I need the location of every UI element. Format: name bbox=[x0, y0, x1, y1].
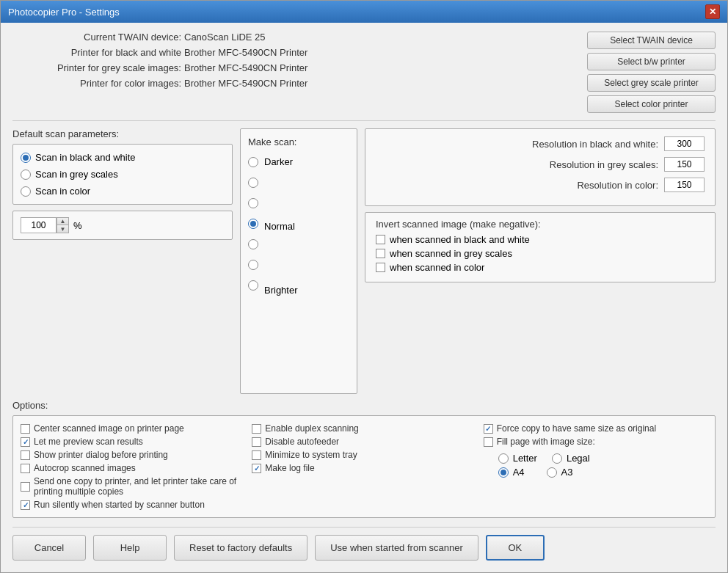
help-button[interactable]: Help bbox=[93, 535, 167, 561]
make-scan-darker-radio[interactable] bbox=[248, 157, 258, 167]
make-scan-row-2[interactable] bbox=[248, 172, 258, 193]
paper-size-section: Letter Legal A4 bbox=[484, 453, 707, 478]
option-preview-checkbox[interactable] bbox=[21, 437, 30, 447]
options-col3: Force copy to have same size as original… bbox=[484, 423, 707, 510]
make-scan-row-brighter[interactable] bbox=[248, 275, 258, 296]
zoom-down-arrow[interactable]: ▼ bbox=[57, 225, 68, 233]
scan-color-radio[interactable] bbox=[21, 186, 31, 197]
close-button[interactable]: ✕ bbox=[705, 4, 720, 19]
scan-bw-option[interactable]: Scan in black and white bbox=[21, 152, 225, 163]
option-log: Make log file bbox=[252, 463, 476, 473]
scanner-button[interactable]: Use when started from scanner bbox=[315, 535, 478, 561]
option-log-label: Make log file bbox=[265, 463, 314, 473]
option-same-size-checkbox[interactable] bbox=[484, 424, 493, 434]
select-twain-button[interactable]: Select TWAIN device bbox=[587, 32, 716, 49]
device-info: Current TWAIN device: CanoScan LiDE 25 P… bbox=[12, 32, 566, 113]
option-silent-label: Run silently when started by scanner but… bbox=[34, 500, 205, 510]
make-scan-brighter-label: Brighter bbox=[264, 285, 298, 296]
scan-grey-radio[interactable] bbox=[21, 169, 31, 180]
make-scan-row-6[interactable] bbox=[248, 255, 258, 275]
options-col1: Center scanned image on printer page Let… bbox=[21, 423, 244, 510]
ok-button[interactable]: OK bbox=[486, 535, 545, 561]
main-section: Default scan parameters: Scan in black a… bbox=[12, 128, 716, 394]
invert-bw-row: when scanned in black and white bbox=[376, 234, 705, 245]
make-scan-labels: Darker Normal Brighter bbox=[264, 152, 298, 296]
option-autofeeder-checkbox[interactable] bbox=[252, 437, 261, 447]
make-scan-row-3[interactable] bbox=[248, 193, 258, 213]
make-scan-row-5[interactable] bbox=[248, 234, 258, 255]
option-preview-label: Let me preview scan results bbox=[34, 437, 143, 447]
invert-grey-checkbox[interactable] bbox=[376, 249, 385, 258]
bw-printer-label: Printer for black and white bbox=[12, 47, 181, 58]
make-scan-normal-radio[interactable] bbox=[248, 219, 258, 229]
option-autocrop-checkbox[interactable] bbox=[21, 464, 30, 473]
option-print-dialog: Show printer dialog before printing bbox=[21, 450, 244, 460]
separator-1 bbox=[12, 120, 716, 121]
make-scan-row-darker[interactable] bbox=[248, 152, 258, 172]
main-content: Current TWAIN device: CanoScan LiDE 25 P… bbox=[1, 23, 727, 572]
invert-box: Invert scanned image (make negative): wh… bbox=[365, 212, 716, 282]
zoom-unit: % bbox=[73, 220, 82, 231]
paper-letter-option[interactable]: Letter bbox=[498, 453, 537, 464]
option-center-label: Center scanned image on printer page bbox=[34, 423, 184, 434]
option-autofeeder: Disable autofeeder bbox=[252, 437, 476, 447]
option-log-checkbox[interactable] bbox=[252, 464, 261, 473]
option-print-dialog-checkbox[interactable] bbox=[21, 450, 30, 460]
paper-size-row2: A4 A3 bbox=[498, 467, 707, 478]
make-scan-radio-5[interactable] bbox=[248, 239, 258, 249]
cancel-button[interactable]: Cancel bbox=[12, 535, 86, 561]
twain-label: Current TWAIN device: bbox=[12, 32, 181, 43]
paper-a3-option[interactable]: A3 bbox=[547, 467, 573, 478]
paper-a3-radio[interactable] bbox=[547, 467, 557, 478]
options-grid: Center scanned image on printer page Let… bbox=[21, 423, 707, 510]
option-multiple-copies-checkbox[interactable] bbox=[21, 482, 30, 492]
scan-bw-radio[interactable] bbox=[21, 153, 31, 163]
res-bw-row: Resolution in black and white: bbox=[376, 136, 705, 151]
paper-legal-option[interactable]: Legal bbox=[552, 453, 590, 464]
paper-legal-radio[interactable] bbox=[552, 453, 562, 464]
scan-bw-label: Scan in black and white bbox=[35, 152, 136, 163]
option-fill-page-checkbox[interactable] bbox=[484, 437, 493, 447]
res-grey-input[interactable] bbox=[664, 157, 705, 172]
select-grey-printer-button[interactable]: Select grey scale printer bbox=[587, 74, 716, 92]
select-bw-printer-button[interactable]: Select b/w printer bbox=[587, 53, 716, 70]
make-scan-radio-2[interactable] bbox=[248, 178, 258, 188]
option-duplex: Enable duplex scanning bbox=[252, 423, 476, 434]
scan-grey-option[interactable]: Scan in grey scales bbox=[21, 169, 225, 180]
option-duplex-checkbox[interactable] bbox=[252, 424, 261, 434]
invert-color-checkbox[interactable] bbox=[376, 263, 385, 272]
option-center: Center scanned image on printer page bbox=[21, 423, 244, 434]
scan-color-option[interactable]: Scan in color bbox=[21, 186, 225, 197]
res-bw-label: Resolution in black and white: bbox=[512, 139, 658, 150]
paper-letter-label: Letter bbox=[513, 453, 537, 464]
res-color-input[interactable] bbox=[664, 178, 705, 192]
res-bw-input[interactable] bbox=[664, 136, 705, 151]
make-scan-radios bbox=[248, 152, 258, 296]
paper-a4-radio[interactable] bbox=[498, 467, 509, 478]
bw-printer-row: Printer for black and white Brother MFC-… bbox=[12, 47, 566, 58]
twain-row: Current TWAIN device: CanoScan LiDE 25 bbox=[12, 32, 566, 43]
footer-buttons: Cancel Help Reset to factory defaults Us… bbox=[12, 527, 716, 563]
scan-mode-group: Scan in black and white Scan in grey sca… bbox=[21, 152, 225, 197]
invert-bw-checkbox[interactable] bbox=[376, 235, 385, 244]
option-system-tray: Minimize to system tray bbox=[252, 450, 476, 460]
select-color-printer-button[interactable]: Select color printer bbox=[587, 95, 716, 113]
invert-bw-label: when scanned in black and white bbox=[390, 234, 530, 245]
zoom-input[interactable] bbox=[21, 218, 57, 233]
make-scan-brighter-radio[interactable] bbox=[248, 280, 258, 291]
reset-button[interactable]: Reset to factory defaults bbox=[174, 535, 307, 561]
zoom-arrows: ▲ ▼ bbox=[57, 218, 68, 233]
left-panel: Default scan parameters: Scan in black a… bbox=[12, 128, 233, 394]
option-silent-checkbox[interactable] bbox=[21, 500, 30, 510]
res-grey-label: Resolution in grey scales: bbox=[512, 159, 658, 170]
option-system-tray-checkbox[interactable] bbox=[252, 450, 261, 460]
make-scan-radio-3[interactable] bbox=[248, 198, 258, 208]
option-center-checkbox[interactable] bbox=[21, 424, 30, 434]
paper-letter-radio[interactable] bbox=[498, 453, 509, 464]
zoom-up-arrow[interactable]: ▲ bbox=[57, 218, 68, 225]
paper-a4-option[interactable]: A4 bbox=[498, 467, 525, 478]
invert-grey-row: when scanned in grey scales bbox=[376, 248, 705, 259]
device-section: Current TWAIN device: CanoScan LiDE 25 P… bbox=[12, 32, 716, 113]
make-scan-row-normal[interactable] bbox=[248, 213, 258, 234]
make-scan-radio-6[interactable] bbox=[248, 260, 258, 270]
